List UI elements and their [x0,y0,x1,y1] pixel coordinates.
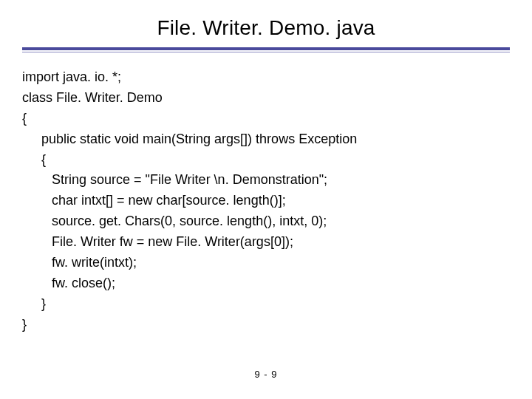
slide-number: 9 - 9 [0,369,532,380]
code-line: String source = "File Writer \n. Demonst… [22,170,510,191]
code-line: source. get. Chars(0, source. length(), … [22,211,510,232]
code-line: File. Writer fw = new File. Writer(args[… [22,232,510,253]
code-line: } [22,294,510,315]
code-line: import java. io. *; [22,67,510,88]
code-line: fw. close(); [22,273,510,294]
code-line: { [22,150,510,171]
title-block: File. Writer. Demo. java [0,0,532,40]
slide: File. Writer. Demo. java import java. io… [0,0,532,399]
code-line: public static void main(String args[]) t… [22,129,510,150]
code-line: } [22,315,510,335]
code-line: fw. write(intxt); [22,253,510,273]
code-line: char intxt[] = new char[source. length()… [22,191,510,211]
slide-title: File. Writer. Demo. java [0,16,532,40]
title-underline [22,47,510,52]
code-line: { [22,109,510,129]
code-body: import java. io. *; class File. Writer. … [0,52,532,335]
rule-thick [22,47,510,50]
code-line: class File. Writer. Demo [22,88,510,109]
